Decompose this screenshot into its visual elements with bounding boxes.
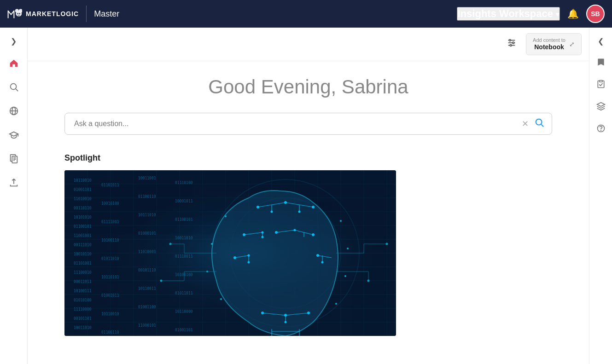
nav-right: Insights Workspace ▾ 🔔 SB (457, 5, 605, 23)
svg-point-134 (307, 312, 310, 314)
insights-workspace-label: Insights Workspace (458, 8, 553, 20)
search-clear-icon[interactable]: ✕ (518, 119, 532, 129)
main-content: Good Evening, Sabrina ✕ Spotlight (28, 61, 589, 364)
right-sidebar-collapse-toggle[interactable]: ❮ (594, 33, 607, 49)
svg-text:00011011: 00011011 (74, 280, 92, 284)
svg-text:10100100: 10100100 (175, 273, 193, 277)
document-icon (9, 154, 19, 164)
expand-icon: ⤢ (569, 40, 575, 48)
svg-text:10110010: 10110010 (101, 312, 119, 316)
svg-text:01100110: 01100110 (138, 195, 156, 199)
svg-text:10011010: 10011010 (175, 236, 193, 240)
search-blue-icon (534, 117, 544, 127)
user-avatar[interactable]: SB (586, 5, 605, 23)
svg-point-122 (262, 231, 264, 233)
svg-text:10110101: 10110101 (101, 275, 119, 279)
right-sidebar-item-stack[interactable] (592, 97, 610, 116)
spotlight-svg: 10110010 01001101 11010010 00110110 1010… (64, 170, 396, 336)
svg-text:01111001: 01111001 (101, 220, 119, 224)
right-sidebar-item-clipboard[interactable] (592, 75, 610, 93)
svg-point-132 (261, 312, 264, 314)
svg-point-20 (513, 42, 514, 44)
right-sidebar-item-bookmark[interactable] (592, 53, 610, 71)
graduation-cap-icon (9, 130, 19, 140)
nav-divider (86, 6, 87, 22)
svg-point-116 (256, 206, 259, 208)
svg-rect-159 (599, 81, 602, 82)
sidebar-item-home[interactable] (4, 53, 24, 73)
spotlight-image: 10110010 01001101 11010010 00110110 1010… (64, 170, 396, 336)
svg-text:11010001: 11010001 (138, 250, 156, 254)
insights-workspace-button[interactable]: Insights Workspace ▾ (457, 7, 560, 21)
bookmark-icon (596, 58, 606, 67)
svg-text:01001101: 01001101 (175, 328, 193, 332)
svg-text:00101101: 00101101 (74, 317, 92, 321)
svg-text:01110100: 01110100 (175, 181, 193, 185)
svg-point-133 (284, 314, 287, 317)
svg-point-140 (340, 220, 342, 222)
svg-text:00101110: 00101110 (138, 268, 156, 272)
logo-area[interactable]: MARKETLOGIC (7, 6, 79, 21)
svg-line-6 (16, 89, 18, 91)
greeting-text: Good Evening, Sabrina (64, 76, 552, 98)
spotlight-section: Spotlight (64, 153, 552, 336)
svg-text:01001011: 01001011 (101, 294, 119, 298)
master-label: Master (94, 9, 119, 19)
sidebar-item-upload[interactable] (4, 173, 24, 193)
svg-text:01100101: 01100101 (74, 225, 92, 229)
svg-point-22 (536, 119, 542, 125)
sidebar-item-learn[interactable] (4, 125, 24, 145)
search-icon (9, 82, 19, 92)
search-bar[interactable]: ✕ (64, 113, 552, 135)
svg-text:01110011: 01110011 (175, 254, 193, 259)
svg-text:01010100: 01010100 (74, 298, 92, 302)
svg-text:10100110: 10100110 (101, 238, 119, 243)
svg-text:01011010: 01011010 (101, 257, 119, 261)
right-sidebar: ❮ (589, 28, 612, 364)
filter-icon[interactable] (503, 36, 520, 52)
svg-text:10010110: 10010110 (74, 252, 92, 256)
svg-point-4 (19, 13, 20, 14)
svg-point-119 (271, 210, 273, 213)
svg-text:11100010: 11100010 (74, 271, 92, 275)
top-nav: MARKETLOGIC Master Insights Workspace ▾ … (0, 0, 612, 28)
svg-text:11010010: 11010010 (74, 197, 92, 201)
svg-point-125 (294, 229, 296, 231)
sidebar-expand-toggle[interactable]: ❯ (7, 33, 20, 49)
add-content-label: Add content to (533, 37, 565, 43)
add-to-notebook-button[interactable]: Add content to Notebook ⤢ (526, 33, 582, 55)
clipboard-check-icon (596, 80, 606, 89)
left-sidebar: ❯ (0, 28, 28, 364)
chevron-down-icon: ▾ (556, 11, 559, 18)
svg-point-130 (316, 254, 319, 257)
user-initials: SB (591, 10, 600, 17)
svg-text:01100101: 01100101 (175, 218, 193, 222)
sidebar-item-search[interactable] (4, 77, 24, 97)
logo-icon (7, 6, 22, 21)
right-sidebar-item-help[interactable] (592, 119, 610, 138)
sidebar-item-documents[interactable] (4, 149, 24, 169)
svg-point-156 (160, 279, 163, 282)
globe-icon (9, 106, 19, 116)
svg-point-141 (347, 248, 349, 249)
search-input[interactable] (70, 115, 518, 133)
svg-text:11000101: 11000101 (138, 324, 156, 328)
sidebar-item-globe[interactable] (4, 101, 24, 121)
svg-point-19 (509, 40, 511, 41)
svg-point-123 (262, 236, 264, 238)
svg-point-157 (386, 243, 388, 245)
svg-text:10001011: 10001011 (175, 199, 193, 203)
svg-text:10011001: 10011001 (138, 176, 156, 180)
svg-text:01101011: 01101011 (101, 183, 119, 187)
layers-icon (596, 102, 606, 111)
svg-text:01000101: 01000101 (138, 231, 156, 236)
svg-text:10100111: 10100111 (74, 289, 92, 293)
svg-point-128 (248, 254, 250, 256)
notification-bell-icon[interactable]: 🔔 (567, 8, 579, 19)
content-area: Add content to Notebook ⤢ Good Evening, … (28, 28, 589, 364)
svg-point-21 (510, 45, 512, 46)
svg-point-127 (233, 256, 236, 259)
logo-text: MARKETLOGIC (26, 10, 79, 17)
svg-text:11110000: 11110000 (74, 307, 92, 312)
search-submit-icon[interactable] (532, 117, 546, 130)
